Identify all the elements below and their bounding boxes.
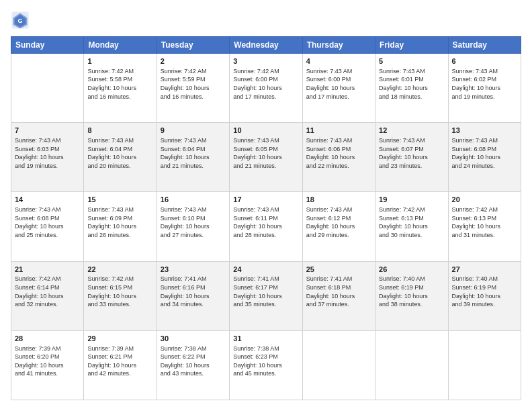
weekday-header-row: SundayMondayTuesdayWednesdayThursdayFrid… [11,37,521,54]
day-number: 17 [233,195,298,205]
daylight-text: Daylight: 10 hoursand 45 minutes. [233,362,282,377]
day-info: Sunrise: 7:43 AMSunset: 6:06 PMDaylight:… [306,136,371,170]
weekday-friday: Friday [375,37,448,54]
daylight-text: Daylight: 10 hoursand 16 minutes. [161,85,210,100]
sunrise-text: Sunrise: 7:42 AM [452,206,498,213]
day-number: 26 [379,265,444,275]
sunrise-text: Sunrise: 7:43 AM [15,137,61,144]
calendar-cell: 26Sunrise: 7:40 AMSunset: 6:19 PMDayligh… [375,261,448,330]
day-info: Sunrise: 7:41 AMSunset: 6:18 PMDaylight:… [306,275,371,308]
calendar-cell: 31Sunrise: 7:38 AMSunset: 6:23 PMDayligh… [230,330,302,400]
day-number: 4 [306,56,371,66]
day-info: Sunrise: 7:38 AMSunset: 6:23 PMDaylight:… [233,345,298,378]
sunrise-text: Sunrise: 7:43 AM [379,68,425,75]
daylight-text: Daylight: 10 hoursand 16 minutes. [87,85,136,100]
daylight-text: Daylight: 10 hoursand 43 minutes. [161,362,210,377]
day-info: Sunrise: 7:43 AMSunset: 6:04 PMDaylight:… [87,136,152,170]
day-number: 18 [306,195,371,205]
sunrise-text: Sunrise: 7:43 AM [379,137,425,144]
sunset-text: Sunset: 6:17 PM [233,284,278,291]
day-info: Sunrise: 7:43 AMSunset: 6:04 PMDaylight:… [161,136,226,170]
daylight-text: Daylight: 10 hoursand 33 minutes. [87,293,136,308]
day-number: 13 [452,126,517,136]
calendar-week-row: 1Sunrise: 7:42 AMSunset: 5:58 PMDaylight… [11,54,521,123]
daylight-text: Daylight: 10 hoursand 42 minutes. [87,362,136,377]
sunrise-text: Sunrise: 7:42 AM [87,275,134,282]
sunset-text: Sunset: 6:22 PM [161,353,206,360]
weekday-sunday: Sunday [11,37,84,54]
day-info: Sunrise: 7:42 AMSunset: 6:13 PMDaylight:… [452,205,517,239]
day-number: 1 [87,56,152,66]
day-number: 2 [161,56,226,66]
calendar-cell: 14Sunrise: 7:43 AMSunset: 6:08 PMDayligh… [11,192,84,261]
day-info: Sunrise: 7:39 AMSunset: 6:21 PMDaylight:… [87,345,152,378]
weekday-monday: Monday [84,37,157,54]
daylight-text: Daylight: 10 hoursand 37 minutes. [306,293,355,308]
calendar-cell: 2Sunrise: 7:42 AMSunset: 5:59 PMDaylight… [157,54,229,123]
daylight-text: Daylight: 10 hoursand 21 minutes. [233,154,282,169]
daylight-text: Daylight: 10 hoursand 19 minutes. [452,85,501,100]
sunrise-text: Sunrise: 7:42 AM [379,206,425,213]
sunset-text: Sunset: 6:20 PM [15,353,60,360]
sunrise-text: Sunrise: 7:42 AM [87,68,134,75]
day-number: 27 [452,265,517,275]
calendar-cell: 11Sunrise: 7:43 AMSunset: 6:06 PMDayligh… [302,123,375,192]
day-info: Sunrise: 7:42 AMSunset: 6:13 PMDaylight:… [379,205,444,239]
day-info: Sunrise: 7:43 AMSunset: 6:05 PMDaylight:… [233,136,298,170]
day-info: Sunrise: 7:43 AMSunset: 6:02 PMDaylight:… [452,67,517,101]
daylight-text: Daylight: 10 hoursand 41 minutes. [15,362,64,377]
logo: G [11,11,32,30]
day-number: 9 [161,126,226,136]
daylight-text: Daylight: 10 hoursand 29 minutes. [306,223,355,238]
daylight-text: Daylight: 10 hoursand 38 minutes. [379,293,428,308]
sunset-text: Sunset: 6:19 PM [452,284,497,291]
sunrise-text: Sunrise: 7:43 AM [233,206,279,213]
day-info: Sunrise: 7:41 AMSunset: 6:16 PMDaylight:… [161,275,226,308]
day-info: Sunrise: 7:43 AMSunset: 6:08 PMDaylight:… [15,205,80,239]
calendar-cell: 19Sunrise: 7:42 AMSunset: 6:13 PMDayligh… [375,192,448,261]
daylight-text: Daylight: 10 hoursand 27 minutes. [161,223,210,238]
day-number: 30 [161,334,226,344]
day-number: 31 [233,334,298,344]
sunset-text: Sunset: 6:09 PM [87,215,132,222]
sunrise-text: Sunrise: 7:40 AM [379,275,425,282]
day-info: Sunrise: 7:42 AMSunset: 6:00 PMDaylight:… [233,67,298,101]
daylight-text: Daylight: 10 hoursand 17 minutes. [306,85,355,100]
sunrise-text: Sunrise: 7:43 AM [87,206,134,213]
daylight-text: Daylight: 10 hoursand 34 minutes. [161,293,210,308]
sunset-text: Sunset: 6:21 PM [87,353,132,360]
daylight-text: Daylight: 10 hoursand 39 minutes. [452,293,501,308]
sunrise-text: Sunrise: 7:43 AM [87,137,134,144]
calendar-week-row: 14Sunrise: 7:43 AMSunset: 6:08 PMDayligh… [11,192,521,261]
calendar-cell [448,330,521,400]
sunset-text: Sunset: 6:10 PM [161,215,206,222]
sunset-text: Sunset: 6:04 PM [87,146,132,152]
sunrise-text: Sunrise: 7:43 AM [306,206,353,213]
day-number: 7 [15,126,80,136]
day-info: Sunrise: 7:42 AMSunset: 5:58 PMDaylight:… [87,67,152,101]
daylight-text: Daylight: 10 hoursand 31 minutes. [452,223,501,238]
day-info: Sunrise: 7:43 AMSunset: 6:01 PMDaylight:… [379,67,444,101]
day-number: 25 [306,265,371,275]
sunrise-text: Sunrise: 7:42 AM [161,68,207,75]
daylight-text: Daylight: 10 hoursand 35 minutes. [233,293,282,308]
sunrise-text: Sunrise: 7:38 AM [233,345,279,352]
weekday-tuesday: Tuesday [157,37,229,54]
daylight-text: Daylight: 10 hoursand 25 minutes. [15,223,64,238]
calendar-cell: 16Sunrise: 7:43 AMSunset: 6:10 PMDayligh… [157,192,229,261]
day-number: 15 [87,195,152,205]
daylight-text: Daylight: 10 hoursand 21 minutes. [161,154,210,169]
day-number: 11 [306,126,371,136]
day-info: Sunrise: 7:43 AMSunset: 6:11 PMDaylight:… [233,205,298,239]
calendar-cell: 21Sunrise: 7:42 AMSunset: 6:14 PMDayligh… [11,261,84,330]
day-number: 5 [379,56,444,66]
daylight-text: Daylight: 10 hoursand 28 minutes. [233,223,282,238]
calendar-cell: 18Sunrise: 7:43 AMSunset: 6:12 PMDayligh… [302,192,375,261]
day-info: Sunrise: 7:40 AMSunset: 6:19 PMDaylight:… [452,275,517,308]
daylight-text: Daylight: 10 hoursand 23 minutes. [379,154,428,169]
day-info: Sunrise: 7:42 AMSunset: 6:15 PMDaylight:… [87,275,152,308]
sunset-text: Sunset: 6:07 PM [379,146,424,152]
calendar-cell: 17Sunrise: 7:43 AMSunset: 6:11 PMDayligh… [230,192,302,261]
daylight-text: Daylight: 10 hoursand 24 minutes. [452,154,501,169]
calendar-cell: 27Sunrise: 7:40 AMSunset: 6:19 PMDayligh… [448,261,521,330]
